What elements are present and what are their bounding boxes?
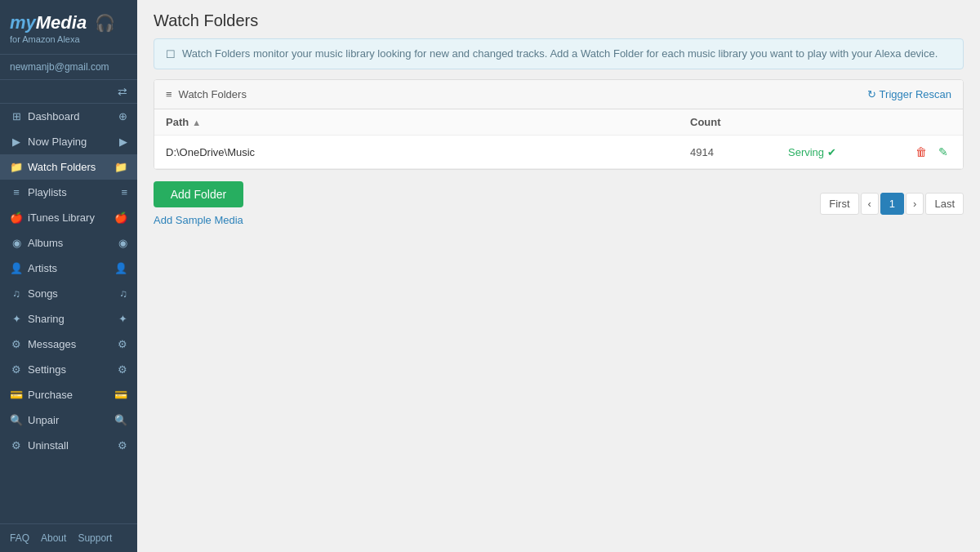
logo-area: myMedia 🎧 for Amazon Alexa [0,0,137,55]
sharing-right-icon: ✦ [118,313,127,325]
add-folder-button[interactable]: Add Folder [154,181,243,207]
sharing-icon: ✦ [10,313,23,325]
settings-right-icon: ⚙ [118,363,127,376]
delete-row-button[interactable]: 🗑 [912,144,930,160]
footer-about-link[interactable]: About [41,532,66,544]
sidebar-label-now-playing: Now Playing [28,136,87,148]
sidebar-item-songs[interactable]: ♫ Songs ♫ [0,281,137,306]
sidebar-label-artists: Artists [28,262,57,274]
row-count: 4914 [690,146,788,158]
panel-header-label: Watch Folders [179,88,247,100]
sidebar-toggle-icon[interactable]: ⇄ [118,85,127,98]
sidebar-label-itunes: iTunes Library [28,211,95,224]
main-content: Watch Folders ☐ Watch Folders monitor yo… [137,0,980,552]
sidebar-label-uninstall: Uninstall [28,439,69,452]
sidebar-label-messages: Messages [28,338,76,350]
pagination-current-button[interactable]: 1 [880,193,904,215]
messages-icon: ⚙ [10,338,23,350]
row-path: D:\OneDrive\Music [166,146,690,158]
itunes-icon: 🍎 [10,211,23,224]
settings-icon: ⚙ [10,363,23,376]
dashboard-right-icon: ⊕ [118,110,127,122]
trigger-rescan-label: Trigger Rescan [880,88,951,100]
pagination-last-button[interactable]: Last [925,193,964,215]
sidebar: myMedia 🎧 for Amazon Alexa newmanjb@gmai… [0,0,137,552]
sidebar-label-albums: Albums [28,237,63,249]
serving-check-icon: ✔ [827,146,836,158]
footer-support-link[interactable]: Support [78,532,112,544]
serving-label: Serving [788,146,824,158]
sort-arrow-icon: ▲ [192,118,201,127]
sidebar-label-unpair: Unpair [28,414,59,426]
logo: myMedia 🎧 for Amazon Alexa [10,13,127,44]
sidebar-item-purchase[interactable]: 💳 Purchase 💳 [0,382,137,407]
sidebar-item-albums[interactable]: ◉ Albums ◉ [0,230,137,256]
playlists-right-icon: ≡ [121,186,127,198]
page-header: Watch Folders [137,0,980,38]
sidebar-item-uninstall[interactable]: ⚙ Uninstall ⚙ [0,433,137,458]
sidebar-item-settings[interactable]: ⚙ Settings ⚙ [0,357,137,382]
logo-headphone: 🎧 [95,14,115,32]
sidebar-item-itunes-library[interactable]: 🍎 iTunes Library 🍎 [0,205,137,230]
sidebar-item-unpair[interactable]: 🔍 Unpair 🔍 [0,407,137,433]
songs-icon: ♫ [10,287,23,300]
user-email: newmanjb@gmail.com [10,61,109,73]
table-header: Path ▲ Count [154,109,963,136]
uninstall-icon: ⚙ [10,439,23,452]
page-title: Watch Folders [154,11,964,30]
sidebar-item-watch-folders[interactable]: 📁 Watch Folders 📁 [0,154,137,180]
pagination-prev-button[interactable]: ‹ [861,193,879,215]
messages-right-icon: ⚙ [118,338,127,350]
sidebar-label-purchase: Purchase [28,389,73,401]
user-area: newmanjb@gmail.com [0,55,137,80]
info-icon: ☐ [166,48,176,60]
pagination-next-button[interactable]: › [906,193,924,215]
trigger-rescan-link[interactable]: ↻ Trigger Rescan [867,88,951,100]
sidebar-label-dashboard: Dashboard [28,110,80,122]
sidebar-item-messages[interactable]: ⚙ Messages ⚙ [0,332,137,357]
pagination: First ‹ 1 › Last [820,193,964,215]
path-label: Path [166,116,189,128]
watch-folders-right-icon: 📁 [114,161,127,173]
pagination-first-button[interactable]: First [820,193,858,215]
sidebar-label-watch-folders: Watch Folders [28,161,96,173]
songs-right-icon: ♫ [119,287,127,300]
nav: ⊞ Dashboard ⊕ ▶ Now Playing ▶ 📁 Watch Fo… [0,104,137,523]
logo-my: my [10,12,36,33]
col-header-path[interactable]: Path ▲ [166,116,690,128]
dashboard-icon: ⊞ [10,110,23,122]
artists-right-icon: 👤 [114,262,127,274]
info-banner-text: Watch Folders monitor your music library… [182,47,938,60]
logo-sub: for Amazon Alexa [10,34,127,44]
table-row: D:\OneDrive\Music 4914 Serving ✔ 🗑 ✎ [154,136,963,169]
sidebar-controls: ⇄ [0,80,137,104]
sidebar-item-artists[interactable]: 👤 Artists 👤 [0,256,137,281]
col-header-count: Count [690,116,788,128]
rescan-icon: ↻ [867,88,876,100]
albums-icon: ◉ [10,237,23,249]
footer-faq-link[interactable]: FAQ [10,532,29,544]
sidebar-label-playlists: Playlists [28,186,67,198]
logo-media: Media [36,12,87,33]
itunes-right-icon: 🍎 [114,211,127,224]
row-status: Serving ✔ [788,146,902,158]
sidebar-item-now-playing[interactable]: ▶ Now Playing ▶ [0,129,137,154]
uninstall-right-icon: ⚙ [118,439,127,452]
playlists-icon: ≡ [10,186,23,198]
sidebar-label-settings: Settings [28,363,66,376]
panel-header-icon: ≡ [166,88,172,100]
albums-right-icon: ◉ [118,237,127,249]
unpair-right-icon: 🔍 [114,414,127,426]
add-sample-media-link[interactable]: Add Sample Media [154,214,243,226]
artists-icon: 👤 [10,262,23,274]
edit-row-button[interactable]: ✎ [935,144,951,160]
sidebar-item-playlists[interactable]: ≡ Playlists ≡ [0,180,137,205]
bottom-actions: Add Folder Add Sample Media First ‹ 1 › … [137,170,980,238]
sidebar-label-sharing: Sharing [28,313,65,325]
now-playing-icon: ▶ [10,136,23,148]
sidebar-label-songs: Songs [28,287,58,300]
sidebar-item-sharing[interactable]: ✦ Sharing ✦ [0,306,137,332]
content-panel: ≡ Watch Folders ↻ Trigger Rescan Path ▲ … [154,79,964,170]
row-actions: 🗑 ✎ [902,144,951,160]
sidebar-item-dashboard[interactable]: ⊞ Dashboard ⊕ [0,104,137,129]
